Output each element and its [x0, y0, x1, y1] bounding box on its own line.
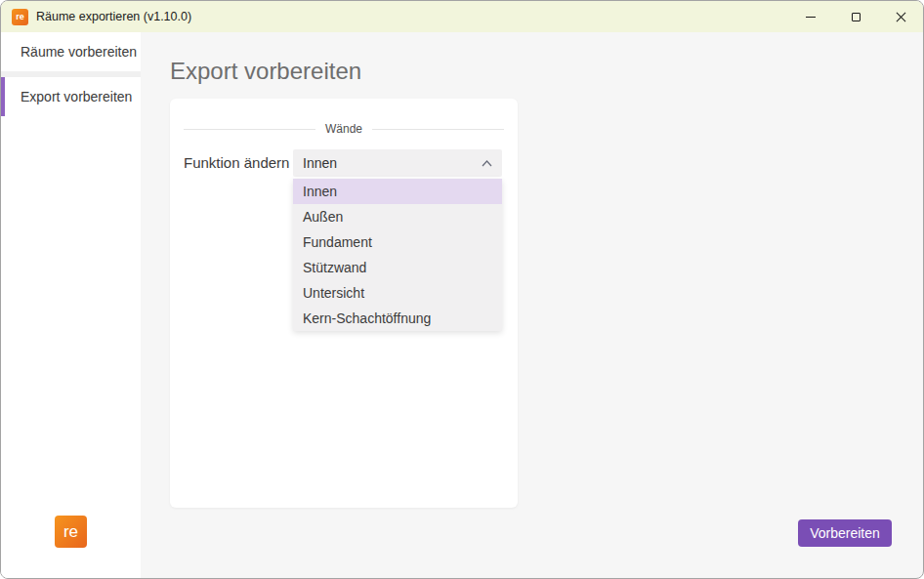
section-divider: Wände [184, 122, 504, 136]
sidebar-item-label: Räume vorbereiten [21, 44, 137, 60]
window-body: Räume vorbereiten Export vorbereiten re … [1, 32, 923, 578]
dropdown-list: InnenAußenFundamentStützwandUntersichtKe… [293, 179, 502, 331]
sidebar-nav: Räume vorbereiten Export vorbereiten [1, 32, 141, 116]
close-icon [896, 12, 906, 22]
main-content: Export vorbereiten Wände Funktion ändern… [141, 32, 923, 578]
page-title: Export vorbereiten [170, 58, 923, 85]
dropdown-option[interactable]: Stützwand [293, 255, 502, 280]
dropdown-option[interactable]: Außen [293, 204, 502, 229]
dropdown-option[interactable]: Innen [293, 179, 502, 204]
field-row: Funktion ändern Innen InnenAußenFundamen… [184, 149, 504, 177]
settings-card: Wände Funktion ändern Innen [170, 99, 518, 508]
minimize-button[interactable] [788, 1, 833, 32]
sidebar-item-label: Export vorbereiten [21, 89, 132, 104]
window-title: Räume exportieren (v1.10.0) [36, 10, 191, 23]
section-label: Wände [325, 122, 362, 136]
vorbereiten-button[interactable]: Vorbereiten [798, 519, 892, 547]
app-window: re Räume exportieren (v1.10.0) Räume vor… [0, 0, 924, 579]
minimize-icon [806, 17, 816, 18]
close-button[interactable] [878, 1, 923, 32]
field-label: Funktion ändern [184, 149, 293, 171]
sidebar-item-raeume-vorbereiten[interactable]: Räume vorbereiten [1, 32, 141, 71]
dropdown-option[interactable]: Untersicht [293, 280, 502, 306]
maximize-icon [852, 13, 861, 21]
app-logo-icon: re [12, 9, 28, 25]
dropdown-option[interactable]: Kern-Schachtöffnung [293, 306, 502, 331]
select-wrap: Innen InnenAußenFundamentStützwandUnters… [293, 149, 502, 177]
window-controls [788, 1, 923, 32]
titlebar: re Räume exportieren (v1.10.0) [1, 1, 923, 32]
select-value: Innen [303, 155, 337, 171]
maximize-button[interactable] [833, 1, 878, 32]
sidebar: Räume vorbereiten Export vorbereiten re [1, 32, 141, 578]
sidebar-logo: re [55, 516, 87, 548]
funktion-select[interactable]: Innen [293, 149, 502, 177]
sidebar-item-export-vorbereiten[interactable]: Export vorbereiten [1, 77, 141, 116]
dropdown-option[interactable]: Fundament [293, 229, 502, 255]
chevron-up-icon [482, 160, 492, 167]
